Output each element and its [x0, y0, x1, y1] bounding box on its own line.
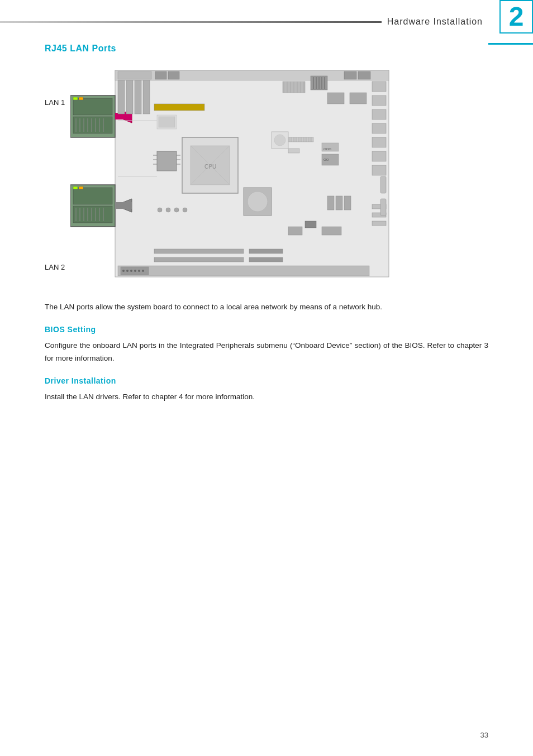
svg-rect-37: [118, 80, 125, 114]
driver-heading: Driver Installation: [45, 376, 488, 385]
driver-section: Driver Installation Install the LAN driv…: [45, 376, 488, 404]
lan2-label: LAN 2: [45, 263, 65, 271]
page-header: Hardware Installation: [0, 17, 533, 27]
svg-point-94: [174, 208, 179, 212]
svg-rect-27: [79, 186, 83, 189]
svg-rect-111: [327, 93, 344, 104]
svg-rect-13: [73, 97, 78, 100]
svg-rect-4: [73, 117, 112, 133]
svg-point-93: [166, 208, 170, 212]
svg-rect-44: [372, 82, 386, 92]
svg-point-98: [122, 270, 125, 272]
svg-rect-47: [372, 123, 386, 133]
corner-underline: [488, 43, 533, 45]
svg-rect-46: [372, 109, 386, 119]
lan-labels: LAN 1 LAN 2: [45, 65, 65, 271]
svg-rect-43: [168, 71, 179, 79]
svg-rect-45: [372, 95, 386, 106]
svg-rect-3: [73, 98, 112, 115]
svg-rect-0: [115, 70, 389, 277]
svg-rect-107: [322, 227, 341, 235]
svg-rect-14: [79, 97, 83, 100]
svg-rect-90: [159, 117, 175, 127]
bios-section: BIOS Setting Configure the onboard LAN p…: [45, 325, 488, 365]
svg-rect-88: [288, 149, 299, 153]
svg-rect-114: [358, 71, 370, 79]
svg-rect-104: [154, 104, 204, 111]
svg-rect-73: [288, 137, 313, 142]
svg-rect-38: [126, 80, 133, 114]
header-title: Hardware Installation: [387, 17, 483, 27]
svg-rect-42: [155, 71, 166, 79]
lan1-label: LAN 1: [45, 98, 65, 107]
svg-rect-54: [249, 257, 283, 262]
svg-rect-51: [154, 249, 244, 253]
svg-rect-117: [372, 221, 386, 226]
svg-rect-31: [115, 202, 132, 209]
page-number: 33: [480, 731, 488, 739]
svg-rect-72: [344, 196, 351, 210]
svg-rect-41: [118, 71, 151, 79]
svg-rect-16: [73, 188, 112, 204]
svg-point-63: [248, 192, 268, 212]
svg-point-99: [126, 270, 129, 272]
svg-rect-49: [372, 151, 386, 161]
svg-rect-55: [157, 151, 177, 171]
svg-text:OOO: OOO: [323, 147, 331, 151]
section-title: RJ45 LAN Ports: [45, 44, 488, 54]
driver-paragraph: Install the LAN drivers. Refer to chapte…: [45, 391, 488, 404]
svg-rect-17: [73, 206, 112, 223]
svg-rect-91: [305, 221, 316, 228]
svg-rect-39: [135, 80, 141, 114]
svg-point-103: [142, 270, 144, 272]
svg-rect-119: [380, 199, 386, 216]
header-line: [0, 21, 382, 23]
svg-rect-52: [154, 257, 244, 262]
svg-rect-96: [118, 266, 369, 276]
svg-rect-48: [372, 137, 386, 147]
svg-point-95: [183, 208, 187, 212]
svg-rect-26: [73, 186, 78, 189]
svg-point-106: [274, 135, 285, 146]
diagram-container: LAN 1 LAN 2: [45, 65, 488, 284]
motherboard-diagram: CPU: [70, 65, 488, 284]
svg-point-102: [138, 270, 140, 272]
svg-rect-108: [288, 227, 302, 235]
main-content: RJ45 LAN Ports LAN 1 LAN 2: [0, 44, 533, 448]
svg-text:OO: OO: [323, 158, 329, 161]
svg-rect-50: [372, 165, 386, 175]
motherboard-svg: CPU: [70, 65, 394, 283]
svg-rect-118: [380, 176, 386, 193]
svg-point-101: [134, 270, 136, 272]
svg-rect-40: [143, 80, 150, 114]
svg-point-92: [158, 208, 162, 212]
svg-rect-53: [249, 249, 283, 253]
svg-rect-113: [344, 71, 356, 79]
svg-rect-70: [327, 196, 334, 210]
svg-point-100: [130, 270, 132, 272]
bios-heading: BIOS Setting: [45, 325, 488, 334]
main-paragraph: The LAN ports allow the system board to …: [45, 301, 488, 314]
bios-paragraph: Configure the onboard LAN ports in the I…: [45, 339, 488, 365]
svg-rect-71: [336, 196, 342, 210]
svg-rect-112: [350, 93, 367, 104]
